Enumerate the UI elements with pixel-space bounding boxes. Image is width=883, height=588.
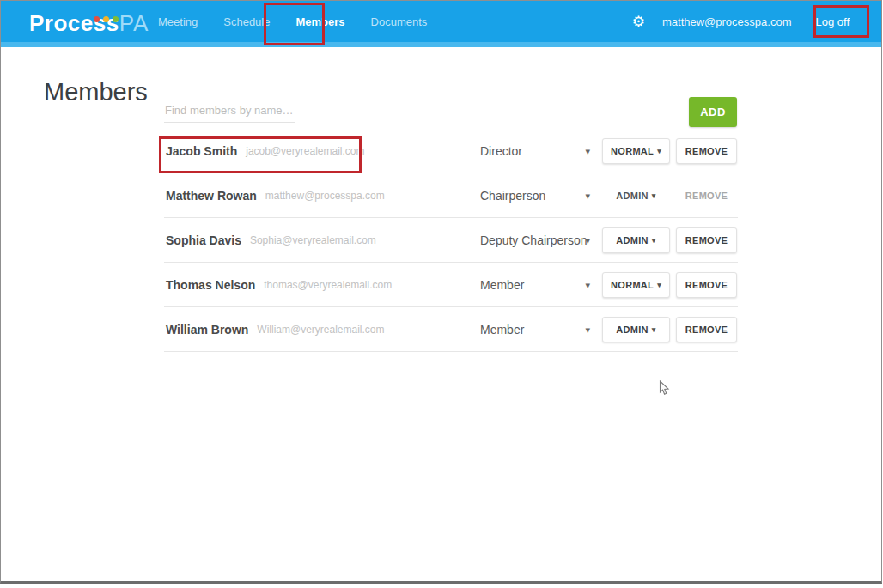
app-header: ProcessPA Meeting Schedule Members Docum… [1, 1, 881, 42]
brand-dot-green-icon [113, 16, 119, 22]
main-nav: Meeting Schedule Members Documents [145, 1, 440, 42]
member-name: Thomas Nelson [166, 278, 255, 292]
remove-member-button[interactable]: REMOVE [676, 183, 737, 209]
caret-down-icon: ▾ [657, 147, 661, 155]
caret-down-icon: ▾ [652, 191, 656, 200]
access-level-button[interactable]: NORMAL ▾ [602, 272, 670, 298]
member-identity: Jacob Smith jacob@veryrealemail.com [166, 129, 364, 173]
member-identity: Thomas Nelson thomas@veryrealemail.com [166, 263, 392, 307]
caret-down-icon: ▾ [585, 191, 590, 202]
page-title: Members [44, 77, 148, 106]
brand-dot-red-icon [94, 16, 100, 22]
role-value: Director [480, 144, 522, 158]
account-area: ⚙ matthew@processpa.com Log off [632, 1, 856, 42]
access-level-button[interactable]: ADMIN ▾ [602, 317, 670, 342]
role-select[interactable]: Chairperson ▾ [480, 173, 590, 218]
member-email: jacob@veryrealemail.com [246, 145, 364, 157]
access-level-label: ADMIN [616, 191, 649, 201]
member-row-matthew-rowan: Matthew Rowan matthew@processpa.com Chai… [164, 173, 738, 218]
role-value: Deputy Chairperson [480, 233, 588, 247]
caret-down-icon: ▾ [585, 146, 590, 157]
nav-item-meeting[interactable]: Meeting [145, 15, 210, 28]
member-identity: Sophia Davis Sophia@veryrealemail.com [166, 218, 376, 263]
brand-dot-yellow-icon [103, 16, 109, 22]
member-row-thomas-nelson: Thomas Nelson thomas@veryrealemail.com M… [164, 263, 738, 307]
access-level-button[interactable]: ADMIN ▾ [602, 227, 670, 253]
mouse-cursor-icon [659, 380, 670, 397]
caret-down-icon: ▾ [585, 324, 590, 336]
access-level-button[interactable]: ADMIN ▾ [602, 183, 670, 209]
access-level-label: ADMIN [616, 324, 649, 335]
member-email: matthew@processpa.com [265, 190, 385, 202]
member-email: thomas@veryrealemail.com [264, 279, 392, 291]
caret-down-icon: ▾ [657, 281, 661, 289]
remove-member-button[interactable]: REMOVE [676, 317, 737, 342]
caret-down-icon: ▾ [652, 325, 656, 334]
member-name: Matthew Rowan [166, 189, 257, 203]
member-name: Jacob Smith [166, 144, 237, 158]
member-email: William@veryrealemail.com [257, 324, 384, 336]
member-email: Sophia@veryrealemail.com [250, 234, 376, 246]
member-identity: William Brown William@veryrealemail.com [166, 307, 385, 352]
role-value: Member [480, 278, 524, 292]
nav-item-documents[interactable]: Documents [358, 15, 441, 28]
caret-down-icon: ▾ [585, 235, 590, 246]
screenshot-frame: ProcessPA Meeting Schedule Members Docum… [0, 0, 882, 584]
access-level-label: NORMAL [611, 146, 654, 156]
remove-member-button[interactable]: REMOVE [676, 272, 737, 298]
member-row-jacob-smith: Jacob Smith jacob@veryrealemail.com Dire… [164, 129, 738, 173]
role-select[interactable]: Deputy Chairperson ▾ [480, 218, 590, 263]
member-identity: Matthew Rowan matthew@processpa.com [166, 173, 385, 218]
role-select[interactable]: Director ▾ [480, 129, 590, 173]
account-email[interactable]: matthew@processpa.com [662, 15, 791, 28]
role-select[interactable]: Member ▾ [480, 263, 590, 307]
member-row-william-brown: William Brown William@veryrealemail.com … [164, 307, 738, 352]
remove-member-button[interactable]: REMOVE [676, 227, 737, 253]
remove-member-button[interactable]: REMOVE [676, 138, 737, 164]
access-level-button[interactable]: NORMAL ▾ [602, 138, 670, 164]
caret-down-icon: ▾ [652, 236, 656, 245]
nav-item-schedule[interactable]: Schedule [210, 15, 283, 28]
member-name: Sophia Davis [166, 233, 241, 247]
settings-gear-icon[interactable]: ⚙ [632, 15, 645, 29]
members-table: Jacob Smith jacob@veryrealemail.com Dire… [164, 129, 738, 352]
log-off-button[interactable]: Log off [808, 15, 856, 28]
member-row-sophia-davis: Sophia Davis Sophia@veryrealemail.com De… [164, 218, 738, 263]
role-select[interactable]: Member ▾ [480, 307, 590, 352]
brand-logo[interactable]: ProcessPA [29, 10, 149, 36]
access-level-label: NORMAL [611, 280, 654, 290]
header-accent-strip [1, 42, 881, 47]
role-value: Member [480, 323, 524, 336]
add-member-button[interactable]: ADD [689, 97, 737, 127]
access-level-label: ADMIN [616, 235, 649, 246]
member-name: William Brown [166, 323, 248, 336]
role-value: Chairperson [480, 189, 545, 203]
search-input[interactable] [164, 99, 295, 123]
caret-down-icon: ▾ [585, 280, 590, 291]
nav-item-members[interactable]: Members [283, 15, 357, 28]
brand-name-bold: Process [29, 10, 119, 36]
